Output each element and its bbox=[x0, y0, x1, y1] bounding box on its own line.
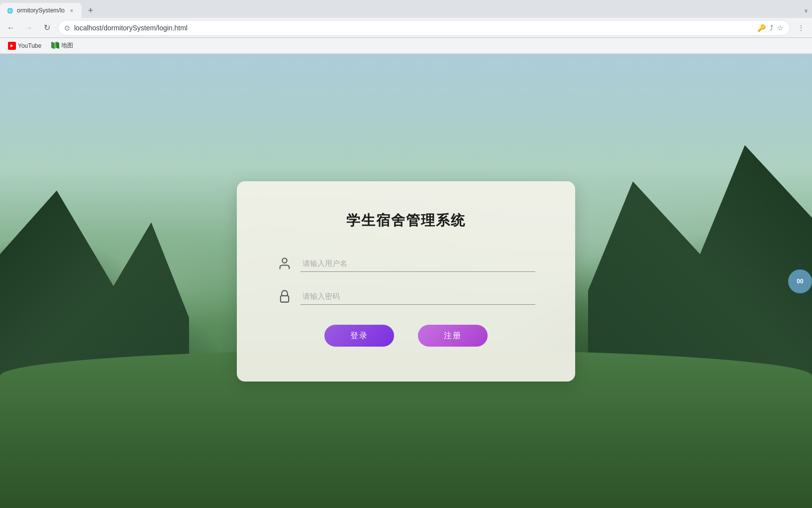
login-button[interactable]: 登录 bbox=[324, 325, 394, 347]
address-bar[interactable]: ⊙ localhost/dormitorySystem/login.html 🔑… bbox=[58, 20, 790, 36]
user-icon bbox=[277, 255, 293, 271]
password-group bbox=[277, 288, 535, 305]
refresh-button[interactable]: ↻ bbox=[40, 21, 54, 35]
share-icon[interactable]: ⤴ bbox=[770, 24, 773, 32]
bookmarks-bar: ▶ YouTube 地图 bbox=[0, 38, 812, 54]
page-title: 学生宿舍管理系统 bbox=[277, 211, 535, 230]
browser-chrome: 🌐 ormitorySystem/lo × + ∨ ← → ↻ ⊙ localh… bbox=[0, 0, 812, 54]
maps-favicon bbox=[51, 42, 59, 50]
extensions-button[interactable]: ⋮ bbox=[794, 21, 808, 35]
tab-bar-controls: ∨ bbox=[804, 7, 812, 14]
svg-rect-5 bbox=[281, 296, 289, 302]
bookmark-youtube[interactable]: ▶ YouTube bbox=[4, 40, 45, 52]
password-icon[interactable]: 🔑 bbox=[757, 24, 766, 32]
new-tab-button[interactable]: + bbox=[84, 3, 98, 17]
address-bar-row: ← → ↻ ⊙ localhost/dormitorySystem/login.… bbox=[0, 18, 812, 38]
tab-bar: 🌐 ormitorySystem/lo × + ∨ bbox=[0, 0, 812, 18]
username-group bbox=[277, 255, 535, 272]
counter-label: 00 bbox=[797, 278, 803, 285]
bookmark-maps[interactable]: 地图 bbox=[47, 39, 77, 52]
buttons-row: 登录 注册 bbox=[277, 325, 535, 347]
maps-label: 地图 bbox=[61, 41, 73, 50]
address-text: localhost/dormitorySystem/login.html bbox=[74, 24, 753, 32]
password-input[interactable] bbox=[301, 288, 535, 305]
tab-favicon: 🌐 bbox=[6, 6, 14, 14]
login-card-wrapper: 学生宿舍管理系统 bbox=[0, 54, 812, 508]
svg-marker-1 bbox=[54, 42, 56, 49]
forward-button[interactable]: → bbox=[22, 21, 36, 35]
svg-marker-3 bbox=[56, 42, 59, 49]
tab-title: ormitorySystem/lo bbox=[17, 7, 65, 14]
back-button[interactable]: ← bbox=[4, 21, 18, 35]
active-tab[interactable]: 🌐 ormitorySystem/lo × bbox=[0, 3, 82, 18]
svg-point-4 bbox=[282, 258, 287, 263]
yt-counter-overlay: 00 bbox=[788, 269, 812, 293]
page-content: 学生宿舍管理系统 bbox=[0, 54, 812, 508]
username-input[interactable] bbox=[301, 255, 535, 272]
address-bar-actions: 🔑 ⤴ ☆ bbox=[757, 24, 784, 32]
lock-icon bbox=[277, 288, 293, 304]
svg-marker-2 bbox=[51, 42, 54, 49]
login-card: 学生宿舍管理系统 bbox=[237, 181, 575, 381]
youtube-favicon: ▶ bbox=[8, 42, 16, 50]
youtube-label: YouTube bbox=[18, 42, 41, 49]
bookmark-star-icon[interactable]: ☆ bbox=[777, 24, 784, 32]
register-button[interactable]: 注册 bbox=[418, 325, 488, 347]
tab-close-button[interactable]: × bbox=[68, 6, 76, 14]
secure-icon: ⊙ bbox=[64, 24, 70, 32]
